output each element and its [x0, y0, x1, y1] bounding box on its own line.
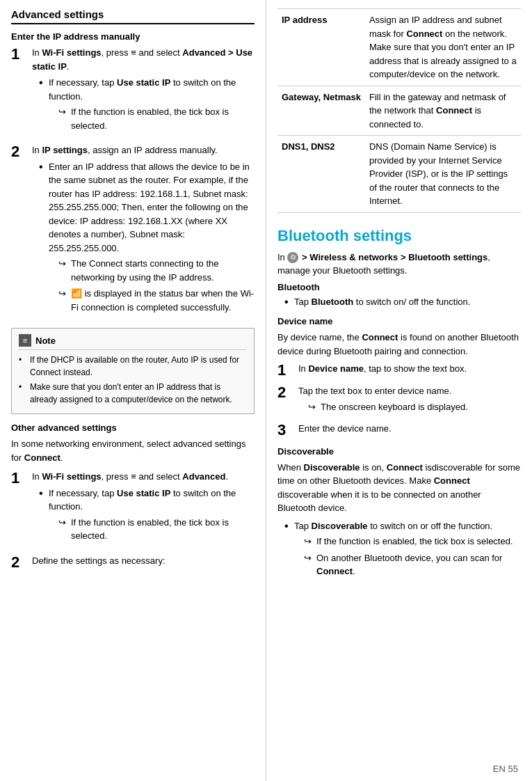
other-intro-bold: Connect [24, 452, 61, 463]
enter-ip-heading: Enter the IP address manually [11, 31, 255, 42]
step1-content: In Wi-Fi settings, press ≡ and select Ad… [32, 46, 255, 138]
step2-arrow1: ↪ The Connect starts connecting to the n… [58, 257, 255, 284]
note-title: Note [35, 336, 56, 346]
step1-bold2: ≡ [131, 47, 136, 58]
dn-prefix: By device name, the [277, 332, 362, 342]
arrow-sym2: ↪ [58, 257, 68, 271]
dn-step1-block: 1 In Device name, tap to show the text b… [277, 362, 521, 379]
device-name-heading: Device name [277, 316, 521, 326]
bluetooth-intro: In ⚙ > Wireless & networks > Bluetooth s… [277, 251, 521, 278]
other-step2-block: 2 Define the settings as necessary: [11, 554, 255, 571]
step2-block: 2 In IP settings, assign an IP address m… [11, 143, 255, 320]
other-step1-arrow1-text: If the function is enabled, the tick box… [71, 516, 255, 543]
device-name-intro: By device name, the Connect is found on … [277, 331, 521, 358]
dn-step1-content: In Device name, tap to show the text box… [298, 362, 521, 376]
other-s1b1-text: If necessary, tap Use static IP to switc… [49, 487, 255, 546]
other-step1-arrows: ↪ If the function is enabled, the tick b… [49, 516, 255, 543]
ip-content: Assign an IP address and subnet mask for… [365, 9, 521, 86]
step1-text-prefix: In [32, 47, 42, 58]
note-icon: ≡ [19, 334, 31, 347]
dn-bold: Connect [362, 332, 398, 342]
note-box: ≡ Note • If the DHCP is available on the… [11, 328, 255, 414]
bt-intro-mid: > Wireless & networks > Bluetooth settin… [299, 252, 487, 262]
dn-step1-num: 1 [277, 362, 293, 379]
discoverable-bullets: • Tap Discoverable to switch on or off t… [277, 519, 521, 581]
bullet-dot: • [39, 76, 46, 90]
os1-bold1: Wi-Fi settings [42, 471, 101, 482]
dn-s1-end: , tap to show the text box. [364, 363, 467, 374]
dn-s1-prefix: In [298, 363, 308, 374]
dns-label: DNS1, DNS2 [277, 136, 365, 213]
step1-bullet1-text: If necessary, tap Use static IP to switc… [49, 76, 255, 135]
disc-arrow2: ↪ On another Bluetooth device, you can s… [304, 551, 521, 578]
bt-b1-prefix: Tap [294, 297, 312, 307]
gateway-content: Fill in the gateway and netmask of the n… [365, 86, 521, 136]
right-column: IP address Assign an IP address and subn… [266, 0, 532, 781]
other-intro-end: . [61, 452, 63, 463]
other-step1-block: 1 In Wi-Fi settings, press ≡ and select … [11, 470, 255, 549]
other-adv-heading: Other advanced settings [11, 423, 255, 433]
step1-text-after: . [67, 61, 70, 72]
other-step1-arrow1: ↪ If the function is enabled, the tick b… [58, 516, 255, 543]
bt-bullet1-text: Tap Bluetooth to switch on/ off the func… [294, 295, 470, 309]
dn-step2-arrow1: ↪ The onscreen keyboard is displayed. [308, 400, 521, 414]
bluetooth-label: Bluetooth [277, 282, 521, 292]
note-bullet2: • [19, 381, 27, 393]
step2-arrow2: ↪ 📶 is displayed in the status bar when … [58, 287, 255, 314]
note-item1: • If the DHCP is available on the router… [19, 354, 247, 379]
note-bullet1: • [19, 354, 27, 366]
step2-arrow1-text: The Connect starts connecting to the net… [71, 257, 255, 284]
disc-bold3: Connect [434, 475, 470, 486]
os1-bold2: ≡ [131, 471, 136, 482]
settings-table: IP address Assign an IP address and subn… [277, 8, 521, 213]
device-name-section: Device name By device name, the Connect … [277, 316, 521, 439]
s2b1-text: Enter an IP address that allows the devi… [49, 161, 250, 253]
ip-bold: Connect [406, 29, 442, 39]
dn-step3-block: 3 Enter the device name. [277, 422, 521, 439]
disc-arrow-sym1: ↪ [304, 535, 314, 549]
discoverable-section: Discoverable When Discoverable is on, Co… [277, 446, 521, 581]
step1-block: 1 In Wi-Fi settings, press ≡ and select … [11, 46, 255, 138]
wifi-icon: 📶 [71, 288, 82, 299]
other-arrow-sym: ↪ [58, 516, 68, 530]
os1-mid: , press [102, 471, 131, 482]
discoverable-intro: When Discoverable is on, Connect isdisco… [277, 461, 521, 515]
table-row-ip: IP address Assign an IP address and subn… [277, 9, 521, 86]
os1-bold3: Advanced [182, 471, 225, 482]
dn-arrow-sym: ↪ [308, 400, 318, 414]
dn-step2-content: Tap the text box to enter device name. ↪… [298, 384, 521, 416]
dn-step2-arrow1-text: The onscreen keyboard is displayed. [321, 400, 468, 414]
disc-b1-bold: Discoverable [312, 521, 368, 531]
dns-prefix: DNS (Domain Name Service) is provided by… [369, 141, 508, 206]
step1-number: 1 [11, 46, 26, 63]
note-item1-text: If the DHCP is available on the router, … [30, 354, 247, 379]
arrow-sym: ↪ [58, 105, 68, 119]
dns-content: DNS (Domain Name Service) is provided by… [365, 136, 521, 213]
os1-end: and select [136, 471, 183, 482]
disc-bullet1: • Tap Discoverable to switch on or off t… [284, 519, 521, 581]
gateway-label: Gateway, Netmask [277, 86, 365, 136]
table-row-dns: DNS1, DNS2 DNS (Domain Name Service) is … [277, 136, 521, 213]
bluetooth-bullets: • Tap Bluetooth to switch on/ off the fu… [277, 295, 521, 310]
bluetooth-section: Bluetooth settings In ⚙ > Wireless & net… [277, 227, 521, 581]
dn-s1-bold: Device name [308, 363, 364, 374]
left-column: Advanced settings Enter the IP address m… [0, 0, 266, 781]
bt-bullet1: • Tap Bluetooth to switch on/ off the fu… [284, 295, 521, 310]
os1-after: . [225, 471, 228, 482]
note-header: ≡ Note [19, 334, 247, 350]
step1-arrow1-text: If the function is enabled, the tick box… [71, 105, 255, 132]
step2-bullets: • Enter an IP address that allows the de… [32, 160, 255, 317]
step1-text-mid: , press [102, 47, 131, 58]
step2-bold1: IP settings [42, 145, 88, 155]
bullet-dot2: • [39, 160, 46, 175]
arrow-sym3: ↪ [58, 287, 68, 301]
bt-b1-end: to switch on/ off the function. [353, 297, 470, 307]
step2-content: In IP settings, assign an IP address man… [32, 143, 255, 320]
step2-bullet1: • Enter an IP address that allows the de… [39, 160, 255, 317]
disc-prefix: When [277, 462, 304, 473]
table-row-gateway: Gateway, Netmask Fill in the gateway and… [277, 86, 521, 136]
note-item2-text: Make sure that you don't enter an IP add… [30, 381, 247, 406]
step1-arrows: ↪ If the function is enabled, the tick b… [49, 105, 255, 132]
page-container: Advanced settings Enter the IP address m… [0, 0, 532, 781]
note-item2: • Make sure that you don't enter an IP a… [19, 381, 247, 406]
